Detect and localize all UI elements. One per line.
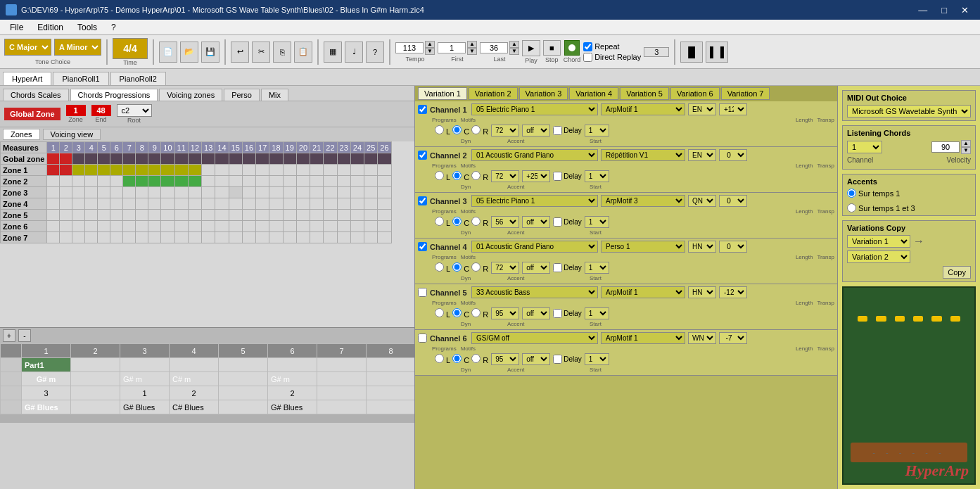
grid-cell-1-2[interactable] xyxy=(72,153,85,165)
grid-cell-8-25[interactable] xyxy=(378,232,391,243)
grid-cell-5-16[interactable] xyxy=(256,198,269,210)
grid-cell-8-4[interactable] xyxy=(98,232,110,243)
grid-cell-4-14[interactable] xyxy=(229,187,242,198)
grid-cell-8-20[interactable] xyxy=(310,232,324,243)
grid-cell-4-8[interactable] xyxy=(148,187,161,198)
ch-delay-label-4[interactable]: Delay xyxy=(553,263,582,272)
grid-cell-6-0[interactable] xyxy=(47,210,60,221)
grid-cell-5-25[interactable] xyxy=(378,198,391,210)
grid-cell-5-14[interactable] xyxy=(229,198,242,210)
ch-delay-2[interactable] xyxy=(553,172,562,181)
ch-enable-6[interactable] xyxy=(418,334,427,343)
grid-cell-2-1[interactable] xyxy=(60,165,72,176)
grid-cell-5-21[interactable] xyxy=(324,198,337,210)
grid-cell-8-19[interactable] xyxy=(296,232,310,243)
grid-cell-3-3[interactable] xyxy=(85,176,98,187)
grid-cell-6-20[interactable] xyxy=(310,210,324,221)
grid-cell-7-3[interactable] xyxy=(85,221,98,232)
grid-cell-1-9[interactable] xyxy=(161,153,174,165)
grid-cell-7-11[interactable] xyxy=(188,221,201,232)
ch-length-5[interactable]: HN xyxy=(688,286,716,298)
ch-transp-4[interactable]: 0 xyxy=(719,241,747,253)
ch-accent-2[interactable]: +25 xyxy=(522,170,550,182)
grid-cell-7-14[interactable] xyxy=(229,221,242,232)
grid-cell-5-7[interactable] xyxy=(136,198,148,210)
grid-cell-3-9[interactable] xyxy=(161,176,174,187)
grid-cell-7-1[interactable] xyxy=(60,221,72,232)
grid-cell-1-0[interactable] xyxy=(47,153,60,165)
ch-enable-2[interactable] xyxy=(418,151,427,160)
save-button[interactable]: 💾 xyxy=(201,42,219,63)
paste-button[interactable]: 📋 xyxy=(294,42,312,63)
grid-cell-2-23[interactable] xyxy=(350,165,364,176)
zoom-out-btn[interactable]: - xyxy=(18,329,31,342)
accent-opt1-label[interactable]: Sur temps 1 xyxy=(847,189,900,198)
chord-g#m2[interactable]: G# m xyxy=(120,372,170,386)
chord-g#blues2[interactable]: G# Blues xyxy=(120,400,170,414)
ch-length-6[interactable]: WN xyxy=(688,332,716,344)
info-button[interactable]: ? xyxy=(366,42,384,63)
grid-cell-7-12[interactable] xyxy=(202,221,215,232)
tone1-select[interactable]: C Major xyxy=(4,39,51,56)
grid-cell-8-23[interactable] xyxy=(350,232,364,243)
grid-cell-5-19[interactable] xyxy=(296,198,310,210)
repeat-count-input[interactable] xyxy=(644,47,669,57)
grid-cell-6-15[interactable] xyxy=(242,210,255,221)
grid-cell-8-9[interactable] xyxy=(161,232,174,243)
velocity-up[interactable]: ▲ xyxy=(961,140,971,147)
grid-cell-1-12[interactable] xyxy=(202,153,215,165)
grid-cell-1-18[interactable] xyxy=(283,153,296,165)
ch-transp-2[interactable]: 0 xyxy=(719,149,747,161)
grid-cell-2-18[interactable] xyxy=(283,165,296,176)
grid-cell-3-20[interactable] xyxy=(310,176,324,187)
direct-replay-checkbox[interactable] xyxy=(583,53,592,62)
grid-cell-3-13[interactable] xyxy=(215,176,229,187)
ch-enable-4[interactable] xyxy=(418,242,427,251)
grid-cell-5-0[interactable] xyxy=(47,198,60,210)
ch-delay-4[interactable] xyxy=(553,263,562,272)
grid-cell-1-13[interactable] xyxy=(215,153,229,165)
grid-cell-7-10[interactable] xyxy=(174,221,188,232)
grid-cell-5-9[interactable] xyxy=(161,198,174,210)
velocity-down[interactable]: ▼ xyxy=(961,147,971,154)
var-tab-5[interactable]: Variation 5 xyxy=(620,87,669,100)
ch-transp-3[interactable]: 0 xyxy=(719,195,747,207)
ch-program-5[interactable]: 33 Acoustic Bass xyxy=(471,286,598,298)
menu-edition[interactable]: Edition xyxy=(30,21,70,34)
direct-replay-label[interactable]: Direct Replay xyxy=(583,53,641,62)
ch-dyn-4[interactable]: 72 xyxy=(491,262,519,274)
ch-delay-label-1[interactable]: Delay xyxy=(553,126,582,135)
grid-cell-7-16[interactable] xyxy=(256,221,269,232)
grid-cell-3-21[interactable] xyxy=(324,176,337,187)
cut-button[interactable]: ✂ xyxy=(252,42,270,63)
repeat-checkbox-label[interactable]: Repeat xyxy=(583,42,619,51)
ch-accent-6[interactable]: off xyxy=(522,353,550,365)
ch-transp-6[interactable]: -7 xyxy=(719,332,747,344)
ch-dyn-1[interactable]: 72 xyxy=(491,125,519,136)
copy-from-select[interactable]: Variation 1 Variation 2 xyxy=(847,235,910,248)
grid-cell-2-21[interactable] xyxy=(324,165,337,176)
play-button[interactable]: ▶ xyxy=(522,40,540,56)
last-input[interactable]: 36 xyxy=(480,42,508,53)
grid-cell-6-23[interactable] xyxy=(350,210,364,221)
grid-cell-4-21[interactable] xyxy=(324,187,337,198)
grid-cell-4-25[interactable] xyxy=(378,187,391,198)
open-button[interactable]: 📂 xyxy=(180,42,198,63)
grid-cell-5-6[interactable] xyxy=(123,198,136,210)
grid-cell-1-20[interactable] xyxy=(310,153,324,165)
grid-cell-5-12[interactable] xyxy=(202,198,215,210)
ch-program-4[interactable]: 01 Acoustic Grand Piano xyxy=(471,241,598,253)
grid-cell-6-5[interactable] xyxy=(110,210,123,221)
grid-cell-7-17[interactable] xyxy=(269,221,283,232)
grid-cell-8-0[interactable] xyxy=(47,232,60,243)
grid-cell-7-4[interactable] xyxy=(98,221,110,232)
grid-cell-1-21[interactable] xyxy=(324,153,337,165)
minimize-button[interactable]: — xyxy=(912,4,933,17)
grid-cell-6-1[interactable] xyxy=(60,210,72,221)
ch-motif-5[interactable]: ArpMotif 1 xyxy=(601,286,685,298)
grid-cell-6-4[interactable] xyxy=(98,210,110,221)
chord-g#m3[interactable]: G# m xyxy=(268,372,317,386)
ch-motif-4[interactable]: Perso 1 xyxy=(601,241,685,253)
copy-to-select[interactable]: Variation 2 Variation 1 xyxy=(847,250,910,263)
grid-cell-1-23[interactable] xyxy=(350,153,364,165)
